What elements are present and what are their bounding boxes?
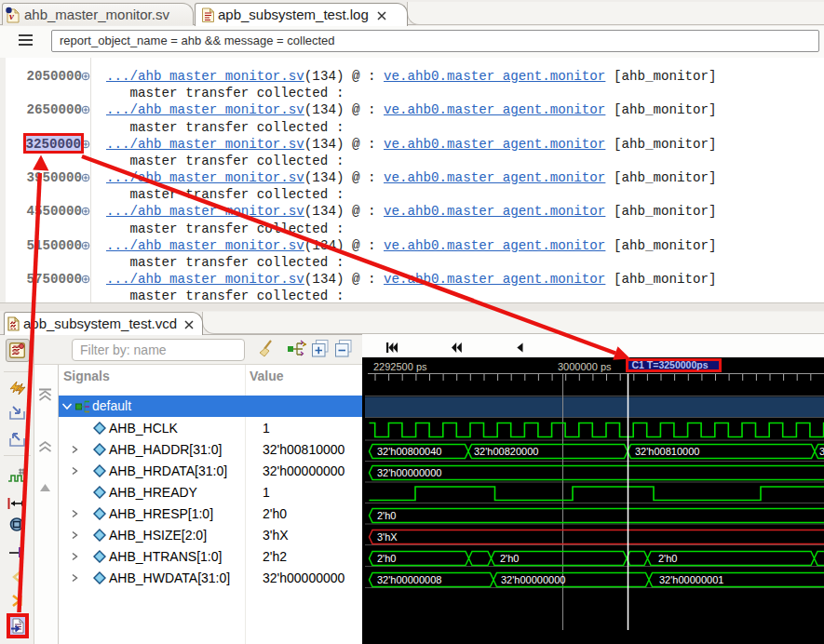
svg-text:2'h0: 2'h0 [658,553,677,564]
svg-text:2'h0: 2'h0 [377,553,396,564]
svg-text:2'h0: 2'h0 [500,553,519,564]
svg-text:32'h00000001: 32'h00000001 [659,574,723,585]
svg-text:3000000 ps: 3000000 ps [558,361,612,372]
svg-text:32'h00820000: 32'h00820000 [474,446,538,457]
svg-text:32'h00000000: 32'h00000000 [377,467,441,478]
svg-text:3: 3 [819,446,824,457]
svg-text:32'h00810000: 32'h00810000 [635,446,699,457]
svg-text:32'h00000000: 32'h00000000 [501,574,565,585]
svg-text:2'h0: 2'h0 [377,510,396,521]
svg-text:32'h00800040: 32'h00800040 [377,446,441,457]
svg-text:3'hX: 3'hX [377,531,398,543]
svg-text:2292500 ps: 2292500 ps [373,361,427,372]
svg-text:32'h00000008: 32'h00000008 [377,574,441,585]
